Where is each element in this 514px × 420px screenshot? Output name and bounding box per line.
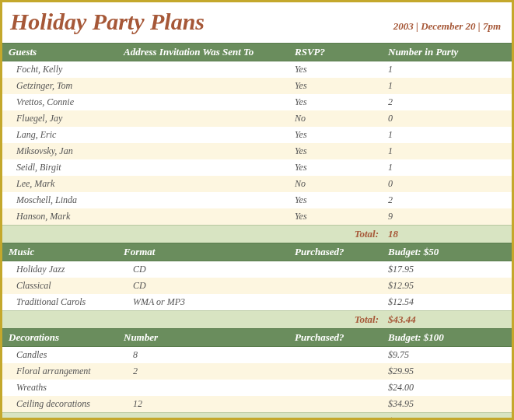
decor-name: Wreaths <box>2 380 119 396</box>
decor-purchased <box>290 363 383 380</box>
decorations-total-value: $98.65 <box>383 413 508 420</box>
music-format: CD <box>119 278 290 294</box>
guests-col-name: Guests <box>2 44 119 61</box>
music-cost: $17.95 <box>383 261 508 278</box>
decor-name: Floral arrangement <box>2 363 119 380</box>
decor-purchased <box>290 380 383 396</box>
guests-col-number: Number in Party <box>383 44 508 61</box>
guests-total-row: Total: 18 <box>2 225 512 243</box>
guest-num: 2 <box>383 94 508 110</box>
decor-num: 8 <box>119 347 290 363</box>
music-name: Classical <box>2 278 119 294</box>
music-col-format: Format <box>119 243 290 261</box>
music-purchased <box>290 261 383 278</box>
guest-rsvp: Yes <box>290 94 383 110</box>
decor-name: Ceiling decorations <box>2 396 119 412</box>
guest-name: Hanson, Mark <box>2 208 119 225</box>
decor-col-name: Decorations <box>2 329 119 346</box>
guests-col-address: Address Invitation Was Sent To <box>119 44 290 61</box>
table-row: Focht, KellyYes1 <box>2 61 512 78</box>
guests-header-row: Guests Address Invitation Was Sent To RS… <box>2 43 512 61</box>
table-row: Lang, EricYes1 <box>2 127 512 143</box>
guest-name: Fluegel, Jay <box>2 110 119 127</box>
music-cost: $12.54 <box>383 294 508 310</box>
guest-addr <box>119 127 290 143</box>
decor-cost: $34.95 <box>383 396 508 412</box>
table-row: Holiday JazzCD$17.95 <box>2 261 512 278</box>
guest-rsvp: Yes <box>290 208 383 225</box>
guest-name: Focht, Kelly <box>2 61 119 78</box>
music-cost: $12.95 <box>383 278 508 294</box>
table-row: Moschell, LindaYes2 <box>2 192 512 208</box>
header: Holiday Party Plans 2003 | December 20 |… <box>2 2 512 43</box>
guest-name: Seidl, Birgit <box>2 159 119 176</box>
music-col-budget: Budget: $50 <box>383 243 508 261</box>
total-label: Total: <box>2 311 383 328</box>
decor-purchased <box>290 347 383 363</box>
guest-addr <box>119 110 290 127</box>
guest-addr <box>119 143 290 159</box>
guest-name: Lang, Eric <box>2 127 119 143</box>
table-row: Fluegel, JayNo0 <box>2 110 512 127</box>
guest-name: Lee, Mark <box>2 176 119 192</box>
music-format: WMA or MP3 <box>119 294 290 310</box>
guest-addr <box>119 159 290 176</box>
music-total-row: Total: $43.44 <box>2 310 512 328</box>
table-row: Miksovsky, JanYes1 <box>2 143 512 159</box>
total-label: Total: <box>2 226 383 243</box>
guest-rsvp: No <box>290 110 383 127</box>
event-datetime: 2003 | December 20 | 7pm <box>393 20 501 33</box>
music-purchased <box>290 294 383 310</box>
decor-purchased <box>290 396 383 412</box>
music-purchased <box>290 278 383 294</box>
guest-name: Miksovsky, Jan <box>2 143 119 159</box>
guest-num: 1 <box>383 127 508 143</box>
guests-total-value: 18 <box>383 226 508 243</box>
table-row: Lee, MarkNo0 <box>2 176 512 192</box>
decorations-header-row: Decorations Number Purchased? Budget: $1… <box>2 328 512 347</box>
guest-addr <box>119 78 290 94</box>
guest-addr <box>119 208 290 225</box>
table-row: Vrettos, ConnieYes2 <box>2 94 512 110</box>
guest-num: 9 <box>383 208 508 225</box>
table-row: Hanson, MarkYes9 <box>2 208 512 225</box>
music-name: Holiday Jazz <box>2 261 119 278</box>
guest-rsvp: Yes <box>290 143 383 159</box>
table-row: Wreaths$24.00 <box>2 380 512 396</box>
guest-rsvp: Yes <box>290 78 383 94</box>
decor-num <box>119 380 290 396</box>
decor-cost: $24.00 <box>383 380 508 396</box>
decor-num: 12 <box>119 396 290 412</box>
guest-num: 0 <box>383 176 508 192</box>
total-label: Total: <box>2 413 383 420</box>
guest-addr <box>119 192 290 208</box>
guest-num: 1 <box>383 78 508 94</box>
guest-name: Getzinger, Tom <box>2 78 119 94</box>
guest-rsvp: Yes <box>290 61 383 78</box>
music-format: CD <box>119 261 290 278</box>
guest-rsvp: No <box>290 176 383 192</box>
guest-name: Moschell, Linda <box>2 192 119 208</box>
decor-col-budget: Budget: $100 <box>383 329 508 346</box>
guest-rsvp: Yes <box>290 159 383 176</box>
guest-rsvp: Yes <box>290 192 383 208</box>
guest-num: 1 <box>383 159 508 176</box>
music-total-value: $43.44 <box>383 311 508 328</box>
decor-name: Candles <box>2 347 119 363</box>
table-row: Ceiling decorations12$34.95 <box>2 396 512 412</box>
music-name: Traditional Carols <box>2 294 119 310</box>
music-col-purchased: Purchased? <box>290 243 383 261</box>
table-row: Getzinger, TomYes1 <box>2 78 512 94</box>
guest-num: 0 <box>383 110 508 127</box>
decor-cost: $29.95 <box>383 363 508 380</box>
guest-num: 1 <box>383 143 508 159</box>
table-row: Traditional CarolsWMA or MP3$12.54 <box>2 294 512 310</box>
guest-addr <box>119 176 290 192</box>
music-header-row: Music Format Purchased? Budget: $50 <box>2 243 512 261</box>
guest-addr <box>119 61 290 78</box>
page-container: Holiday Party Plans 2003 | December 20 |… <box>0 0 514 420</box>
table-row: Candles8$9.75 <box>2 347 512 363</box>
guest-num: 2 <box>383 192 508 208</box>
guest-name: Vrettos, Connie <box>2 94 119 110</box>
music-col-name: Music <box>2 243 119 261</box>
